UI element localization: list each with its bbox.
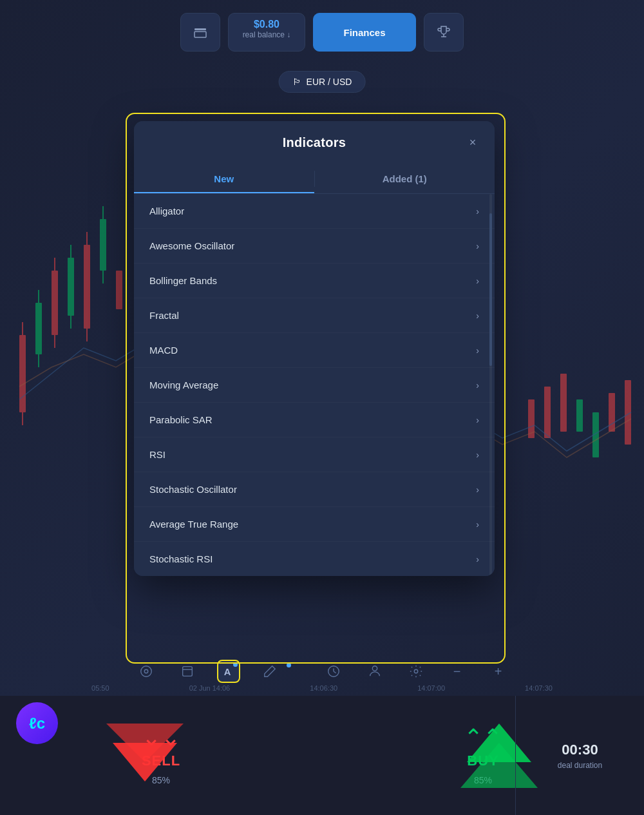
indicator-item-fractal[interactable]: Fractal › xyxy=(134,298,495,333)
dot-indicator xyxy=(287,663,291,667)
deal-duration-section: 00:30 deal duration xyxy=(515,696,644,815)
scrollbar-track xyxy=(489,194,492,576)
svg-text:A: A xyxy=(223,667,231,677)
time-label-3: 14:06:30 xyxy=(310,684,337,692)
flag-icon: 🏳 xyxy=(292,77,301,87)
indicator-item-parabolic-sar[interactable]: Parabolic SAR › xyxy=(134,403,495,437)
indicator-item-stochastic-rsi[interactable]: Stochastic RSI › xyxy=(134,542,495,576)
balance-label: real balance ↓ xyxy=(240,30,293,39)
modal-header: Indicators × xyxy=(134,121,495,164)
svg-rect-16 xyxy=(576,399,583,432)
modal-close-button[interactable]: × xyxy=(464,134,482,152)
modal-tabs: New Added (1) xyxy=(134,164,495,194)
logo-button[interactable]: ℓc xyxy=(16,702,58,744)
time-axis: 05:50 02 Jun 14:06 14:06:30 14:07:00 14:… xyxy=(0,680,644,696)
chevron-right-icon: › xyxy=(476,241,479,251)
svg-rect-20 xyxy=(194,28,206,30)
deal-time: 00:30 xyxy=(562,742,598,758)
header: $0.80 real balance ↓ Finances xyxy=(0,13,644,52)
indicator-item-moving-average[interactable]: Moving Average › xyxy=(134,368,495,403)
svg-point-25 xyxy=(144,669,148,673)
trading-bar: ⌄⌄ SELL 85% ⌃⌃ BUY 85% 00:30 deal durati… xyxy=(0,696,644,815)
time-label-5: 14:07:30 xyxy=(525,684,553,692)
svg-rect-12 xyxy=(116,271,122,309)
indicator-list: Alligator › Awesome Oscillator › Bolling… xyxy=(134,194,495,576)
indicator-item-rsi[interactable]: RSI › xyxy=(134,437,495,472)
currency-pair: EUR / USD xyxy=(307,77,352,87)
indicator-item-macd[interactable]: MACD › xyxy=(134,333,495,368)
scrollbar-thumb[interactable] xyxy=(489,213,492,366)
indicator-item-awesome-oscillator[interactable]: Awesome Oscillator › xyxy=(134,229,495,264)
chevron-right-icon: › xyxy=(476,276,479,286)
indicator-item-average-true-range[interactable]: Average True Range › xyxy=(134,507,495,542)
svg-rect-14 xyxy=(544,387,551,438)
time-label-2: 02 Jun 14:06 xyxy=(189,684,231,692)
finances-button[interactable]: Finances xyxy=(313,13,416,52)
chevron-right-icon: › xyxy=(476,206,479,216)
chevron-right-icon: › xyxy=(476,345,479,356)
chevron-right-icon: › xyxy=(476,484,479,495)
modal-title: Indicators xyxy=(283,135,346,150)
svg-rect-21 xyxy=(194,32,206,37)
chevron-right-icon: › xyxy=(476,380,479,390)
svg-rect-15 xyxy=(560,374,567,432)
svg-point-24 xyxy=(140,666,151,677)
chevron-right-icon: › xyxy=(476,554,479,564)
svg-point-32 xyxy=(372,666,377,671)
balance-button[interactable]: $0.80 real balance ↓ xyxy=(228,13,305,52)
svg-line-31 xyxy=(334,671,336,673)
deal-label: deal duration xyxy=(558,761,602,770)
trophy-button[interactable] xyxy=(424,13,464,52)
tab-new[interactable]: New xyxy=(134,164,314,193)
svg-point-33 xyxy=(414,669,418,673)
time-label-1: 05:50 xyxy=(91,684,109,692)
time-label-4: 14:07:00 xyxy=(417,684,445,692)
svg-rect-26 xyxy=(182,667,192,676)
chevron-right-icon: › xyxy=(476,415,479,425)
tab-added[interactable]: Added (1) xyxy=(315,164,495,193)
indicator-item-bollinger-bands[interactable]: Bollinger Bands › xyxy=(134,264,495,298)
chevron-right-icon: › xyxy=(476,519,479,530)
chevron-right-icon: › xyxy=(476,450,479,460)
indicator-item-stochastic-oscillator[interactable]: Stochastic Oscillator › xyxy=(134,472,495,507)
balance-amount: $0.80 xyxy=(240,19,293,30)
currency-selector[interactable]: 🏳 EUR / USD xyxy=(279,71,366,93)
indicators-modal: Indicators × New Added (1) Alligator › A… xyxy=(134,121,495,576)
sell-chevrons[interactable] xyxy=(64,696,225,815)
archive-button[interactable] xyxy=(180,13,220,52)
svg-rect-19 xyxy=(625,380,631,445)
chevron-right-icon: › xyxy=(476,311,479,321)
svg-rect-18 xyxy=(609,393,615,432)
indicator-item-alligator[interactable]: Alligator › xyxy=(134,194,495,229)
